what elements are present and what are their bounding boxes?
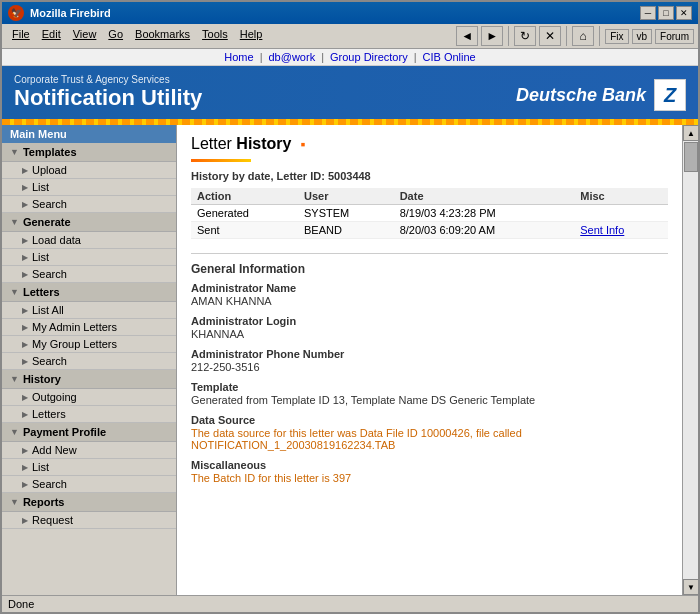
label-admin-login: Administrator Login: [191, 315, 668, 327]
sidebar-section-title-letters[interactable]: ▼ Letters: [2, 283, 176, 302]
sidebar-section-history: ▼ History ▶ Outgoing ▶ Letters: [2, 370, 176, 423]
sent-info-link[interactable]: Sent Info: [580, 224, 624, 236]
fix-button[interactable]: Fix: [605, 29, 628, 44]
nav-group-directory[interactable]: Group Directory: [330, 51, 408, 63]
sidebar-item-history-outgoing[interactable]: ▶ Outgoing: [2, 389, 176, 406]
reload-button[interactable]: ↻: [514, 26, 536, 46]
sidebar-section-reports: ▼ Reports ▶ Request: [2, 493, 176, 529]
title-underline: [191, 159, 251, 162]
status-bar: Done: [2, 595, 698, 612]
scroll-track: [683, 141, 698, 579]
sidebar-item-payment-addnew[interactable]: ▶ Add New: [2, 442, 176, 459]
vb-button[interactable]: vb: [632, 29, 653, 44]
bullet-icon: ▶: [22, 183, 28, 192]
bullet-icon: ▶: [22, 357, 28, 366]
field-admin-name: Administrator Name AMAN KHANNA: [191, 282, 668, 307]
title-buttons: ─ □ ✕: [640, 6, 692, 20]
chevron-right-icon: ▼: [10, 217, 19, 227]
sidebar-item-templates-list[interactable]: ▶ List: [2, 179, 176, 196]
chevron-right-icon: ▼: [10, 374, 19, 384]
minimize-button[interactable]: ─: [640, 6, 656, 20]
menu-view[interactable]: View: [67, 26, 103, 46]
menu-edit[interactable]: Edit: [36, 26, 67, 46]
table-row: Generated SYSTEM 8/19/03 4:23:28 PM: [191, 205, 668, 222]
forward-button[interactable]: ►: [481, 26, 503, 46]
sidebar-item-generate-search[interactable]: ▶ Search: [2, 266, 176, 283]
label-data-source: Data Source: [191, 414, 668, 426]
history-table: Action User Date Misc Generated SYSTEM 8…: [191, 188, 668, 239]
field-admin-phone: Administrator Phone Number 212-250-3516: [191, 348, 668, 373]
field-admin-login: Administrator Login KHANNAA: [191, 315, 668, 340]
page-title-prefix: Letter: [191, 135, 236, 152]
table-row: Sent BEAND 8/20/03 6:09:20 AM Sent Info: [191, 222, 668, 239]
sidebar-item-letters-myadmin[interactable]: ▶ My Admin Letters: [2, 319, 176, 336]
bullet-icon: ▶: [22, 253, 28, 262]
scroll-down-button[interactable]: ▼: [683, 579, 698, 595]
sidebar-section-title-history[interactable]: ▼ History: [2, 370, 176, 389]
home-button[interactable]: ⌂: [572, 26, 594, 46]
bullet-icon: ▶: [22, 166, 28, 175]
cell-date-0: 8/19/03 4:23:28 PM: [394, 205, 575, 222]
col-action: Action: [191, 188, 298, 205]
bullet-icon: ▶: [22, 446, 28, 455]
forum-button[interactable]: Forum: [655, 29, 694, 44]
section-divider: [191, 253, 668, 254]
stop-button[interactable]: ✕: [539, 26, 561, 46]
sidebar-item-letters-search[interactable]: ▶ Search: [2, 353, 176, 370]
app-header: Corporate Trust & Agency Services Notifi…: [2, 66, 698, 119]
sidebar-section-generate: ▼ Generate ▶ Load data ▶ List ▶ Search: [2, 213, 176, 283]
field-miscallaneous: Miscallaneous The Batch ID for this lett…: [191, 459, 668, 484]
nav-home[interactable]: Home: [224, 51, 253, 63]
title-bar: 🦅 Mozilla Firebird ─ □ ✕: [2, 2, 698, 24]
sidebar-section-letters: ▼ Letters ▶ List All ▶ My Admin Letters …: [2, 283, 176, 370]
maximize-button[interactable]: □: [658, 6, 674, 20]
browser-title: Mozilla Firebird: [30, 7, 634, 19]
scroll-up-button[interactable]: ▲: [683, 125, 698, 141]
sidebar: Main Menu ▼ Templates ▶ Upload ▶ List ▶ …: [2, 125, 177, 595]
app-subtitle: Corporate Trust & Agency Services: [14, 74, 202, 85]
nav-bar: Home | db@work | Group Directory | CIB O…: [2, 49, 698, 66]
main-layout: Main Menu ▼ Templates ▶ Upload ▶ List ▶ …: [2, 125, 698, 595]
menu-go[interactable]: Go: [102, 26, 129, 46]
bullet-icon: ▶: [22, 516, 28, 525]
sidebar-item-payment-search[interactable]: ▶ Search: [2, 476, 176, 493]
sidebar-item-payment-list[interactable]: ▶ List: [2, 459, 176, 476]
menu-bookmarks[interactable]: Bookmarks: [129, 26, 196, 46]
sidebar-item-templates-search[interactable]: ▶ Search: [2, 196, 176, 213]
label-miscallaneous: Miscallaneous: [191, 459, 668, 471]
label-template: Template: [191, 381, 668, 393]
cell-user-0: SYSTEM: [298, 205, 394, 222]
bullet-icon: ▶: [22, 323, 28, 332]
sidebar-section-payment: ▼ Payment Profile ▶ Add New ▶ List ▶ Sea…: [2, 423, 176, 493]
sidebar-section-title-reports[interactable]: ▼ Reports: [2, 493, 176, 512]
menu-help[interactable]: Help: [234, 26, 269, 46]
sidebar-item-generate-list[interactable]: ▶ List: [2, 249, 176, 266]
back-button[interactable]: ◄: [456, 26, 478, 46]
sidebar-item-letters-mygroup[interactable]: ▶ My Group Letters: [2, 336, 176, 353]
sidebar-item-reports-request[interactable]: ▶ Request: [2, 512, 176, 529]
menu-bar: File Edit View Go Bookmarks Tools Help ◄…: [2, 24, 698, 49]
nav-dbwork[interactable]: db@work: [269, 51, 316, 63]
value-admin-login: KHANNAA: [191, 328, 668, 340]
chevron-right-icon: ▼: [10, 287, 19, 297]
bullet-icon: ▶: [22, 340, 28, 349]
browser-icon: 🦅: [8, 5, 24, 21]
browser-window: 🦅 Mozilla Firebird ─ □ ✕ File Edit View …: [0, 0, 700, 614]
sidebar-item-templates-upload[interactable]: ▶ Upload: [2, 162, 176, 179]
col-date: Date: [394, 188, 575, 205]
scroll-thumb[interactable]: [684, 142, 698, 172]
sidebar-section-title-templates[interactable]: ▼ Templates: [2, 143, 176, 162]
sidebar-section-title-generate[interactable]: ▼ Generate: [2, 213, 176, 232]
menu-file[interactable]: File: [6, 26, 36, 46]
app-header-right: Deutsche Bank Z: [516, 79, 686, 111]
sidebar-item-letters-listall[interactable]: ▶ List All: [2, 302, 176, 319]
sidebar-item-generate-loaddata[interactable]: ▶ Load data: [2, 232, 176, 249]
nav-cib-online[interactable]: CIB Online: [423, 51, 476, 63]
close-button[interactable]: ✕: [676, 6, 692, 20]
sidebar-section-title-payment[interactable]: ▼ Payment Profile: [2, 423, 176, 442]
cell-user-1: BEAND: [298, 222, 394, 239]
value-template: Generated from Template ID 13, Template …: [191, 394, 668, 406]
sidebar-section-templates: ▼ Templates ▶ Upload ▶ List ▶ Search: [2, 143, 176, 213]
sidebar-item-history-letters[interactable]: ▶ Letters: [2, 406, 176, 423]
menu-tools[interactable]: Tools: [196, 26, 234, 46]
